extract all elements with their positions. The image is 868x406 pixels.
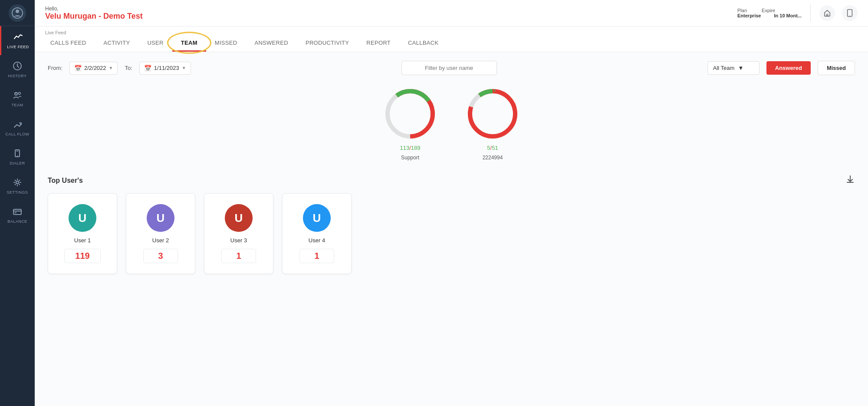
from-label: From: [48, 65, 62, 71]
to-date-arrow: ▼ [182, 66, 186, 70]
user-avatar-1: U [69, 204, 96, 232]
sidebar-item-settings[interactable]: SETTINGS [0, 172, 35, 201]
live-feed-icon [13, 32, 23, 43]
tab-team-label: TEAM [181, 40, 197, 46]
top-users-title: Top User's [48, 177, 83, 185]
sidebar-item-call-flow[interactable]: CALL FLOW [0, 113, 35, 142]
sidebar-item-live-feed[interactable]: LIVE FEED [0, 26, 35, 55]
tab-productivity[interactable]: PRODUCTIVITY [297, 35, 358, 52]
logo-icon [9, 4, 26, 22]
nav-section: Live Feed CALLS FEED ACTIVITY USER TEAM … [35, 26, 868, 52]
tab-callback[interactable]: CALLBACK [399, 35, 447, 52]
tab-team[interactable]: TEAM [172, 35, 206, 52]
missed-button[interactable]: Missed [818, 61, 855, 75]
answered-button[interactable]: Answered [766, 61, 811, 75]
svg-line-17 [406, 89, 406, 92]
expire-value: In 10 Mont... [774, 13, 802, 18]
top-users-header: Top User's [48, 175, 855, 186]
support-label: Support [401, 155, 419, 161]
tab-activity[interactable]: ACTIVITY [95, 35, 138, 52]
download-button[interactable] [845, 175, 855, 186]
tab-report[interactable]: REPORT [358, 35, 399, 52]
sidebar-item-label: CALL FLOW [5, 132, 29, 136]
settings-icon [13, 178, 22, 188]
svg-point-13 [849, 16, 850, 16]
sidebar-item-label: HISTORY [8, 74, 26, 78]
sidebar-item-label: DIALER [10, 161, 25, 165]
user-card-4[interactable]: U User 4 1 [282, 193, 352, 274]
team-dropdown-value: All Team [713, 65, 735, 71]
topbar-divider [810, 4, 811, 22]
nav-tabs: CALLS FEED ACTIVITY USER TEAM MISSED ANS… [35, 35, 868, 52]
chart-support-stats: 113/189 [400, 145, 420, 151]
user-avatar-3: U [225, 204, 253, 232]
sidebar-item-dialer[interactable]: DIALER [0, 142, 35, 172]
mobile-icon-btn[interactable] [842, 5, 858, 21]
sidebar-item-balance[interactable]: BALANCE [0, 201, 35, 230]
user-count-3: 1 [221, 249, 256, 263]
svg-line-19 [414, 89, 414, 92]
svg-point-8 [16, 181, 19, 184]
tab-user[interactable]: USER [138, 35, 172, 52]
svg-text:+: + [15, 91, 17, 95]
tab-missed[interactable]: MISSED [206, 35, 246, 52]
to-calendar-icon: 📅 [144, 65, 151, 72]
home-icon-btn[interactable] [819, 5, 835, 21]
to-date-picker[interactable]: 📅 1/11/2023 ▼ [139, 62, 191, 75]
svg-point-4 [19, 92, 21, 95]
user-count-1: 119 [64, 249, 100, 263]
user-name-1: User 1 [74, 237, 91, 244]
user-count-4: 1 [299, 249, 334, 263]
dialer-icon [13, 149, 22, 159]
from-date-picker[interactable]: 📅 2/2/2022 ▼ [69, 62, 118, 75]
sidebar-item-history[interactable]: HISTORY [0, 55, 35, 84]
plan-info: Plan Expire Enterprise In 10 Mont... [737, 8, 802, 18]
plan-value: Enterprise [737, 13, 761, 18]
user-name: Velu Murugan - Demo Test [45, 12, 143, 21]
sidebar-item-team[interactable]: + TEAM [0, 84, 35, 113]
chart-2224994: 5/51 2224994 [464, 86, 521, 161]
chart-support: 113/189 Support [382, 86, 438, 161]
2224994-label: 2224994 [483, 155, 503, 161]
tab-answered[interactable]: ANSWERED [246, 35, 297, 52]
user-info: Hello, Velu Murugan - Demo Test [45, 6, 143, 21]
user-count-2: 3 [143, 249, 178, 263]
to-date-value: 1/11/2023 [154, 65, 179, 71]
filter-bar: From: 📅 2/2/2022 ▼ To: 📅 1/11/2023 ▼ All… [48, 61, 855, 75]
svg-point-7 [17, 155, 18, 156]
plan-label: Plan [737, 8, 747, 13]
topbar-right: Plan Expire Enterprise In 10 Mont... [737, 4, 858, 22]
call-flow-icon [13, 119, 22, 130]
user-card-3[interactable]: U User 3 1 [204, 193, 273, 274]
live-feed-label: Live Feed [35, 26, 868, 35]
user-avatar-4: U [303, 204, 331, 232]
balance-icon [13, 207, 22, 218]
app-logo [0, 0, 35, 26]
expire-label: Expire [762, 8, 775, 13]
main-content: Hello, Velu Murugan - Demo Test Plan Exp… [35, 0, 868, 406]
user-card-1[interactable]: U User 1 119 [48, 193, 117, 274]
sidebar-item-label: TEAM [11, 103, 23, 107]
users-grid: U User 1 119 U User 2 3 U User 3 1 [48, 193, 855, 274]
tab-calls-feed[interactable]: CALLS FEED [42, 35, 95, 52]
sidebar-item-label: LIVE FEED [7, 45, 29, 49]
chart-2224994-stats: 5/51 [487, 145, 498, 151]
content-area: From: 📅 2/2/2022 ▼ To: 📅 1/11/2023 ▼ All… [35, 52, 868, 406]
from-calendar-icon: 📅 [74, 65, 82, 72]
svg-point-1 [16, 10, 19, 13]
2224994-answered-count: 5/51 [487, 145, 498, 151]
history-icon [13, 61, 22, 72]
donut-support [382, 86, 438, 142]
support-answered-count: 113/189 [400, 145, 420, 151]
user-search-input[interactable] [401, 61, 497, 75]
user-name-4: User 4 [309, 237, 325, 244]
user-card-2[interactable]: U User 2 3 [126, 193, 195, 274]
topbar-icons [819, 5, 858, 21]
to-label: To: [125, 65, 132, 71]
svg-line-24 [494, 89, 495, 92]
team-dropdown[interactable]: All Team ▼ [707, 61, 760, 75]
team-icon: + [13, 90, 22, 101]
sidebar-item-label: BALANCE [7, 219, 27, 224]
team-dropdown-arrow: ▼ [738, 65, 743, 71]
user-name-2: User 2 [152, 237, 169, 244]
